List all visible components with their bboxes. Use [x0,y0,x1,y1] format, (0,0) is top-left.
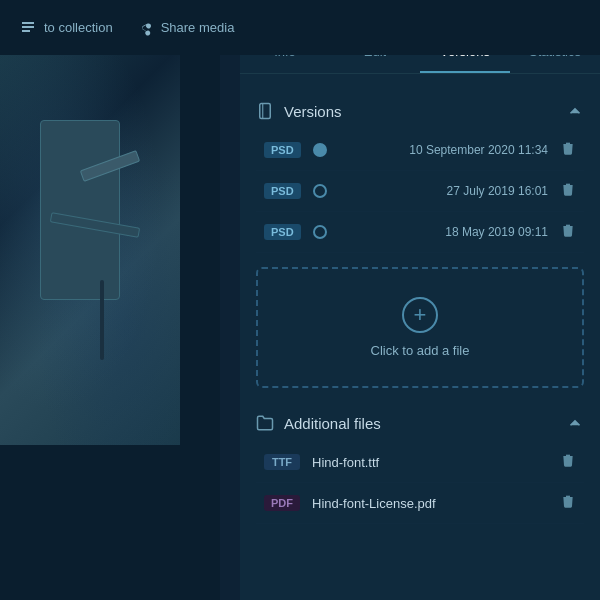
version-select-radio[interactable] [313,225,327,239]
machine-illustration [20,100,160,400]
version-delete-button[interactable] [560,181,576,201]
file-type-badge: PDF [264,495,300,511]
to-collection-button[interactable]: to collection [20,20,113,36]
versions-collapse-icon[interactable] [566,102,584,120]
versions-section-title: Versions [284,103,342,120]
additional-files-title: Additional files [284,415,381,432]
svg-rect-7 [260,104,271,119]
share-media-button[interactable]: Share media [137,20,235,36]
additional-file-row[interactable]: PDF Hind-font-License.pdf [256,483,584,524]
image-overlay [0,55,180,445]
upload-area[interactable]: + Click to add a file [256,267,584,388]
upload-plus-icon: + [402,297,438,333]
version-type-badge: PSD [264,183,301,199]
collection-icon [20,20,36,36]
file-delete-button[interactable] [560,452,576,472]
panel-content: Versions PSD 10 September 2020 11:34 [240,74,600,540]
version-type-badge: PSD [264,142,301,158]
asset-image [0,55,180,445]
to-collection-label: to collection [44,20,113,35]
version-type-badge: PSD [264,224,301,240]
additional-files-section-header: Additional files [256,402,584,442]
version-row[interactable]: PSD 18 May 2019 09:11 [256,212,584,253]
additional-file-row[interactable]: TTF Hind-font.ttf [256,442,584,483]
file-name: Hind-font.ttf [312,455,548,470]
additional-files-collapse-icon[interactable] [566,414,584,432]
version-row[interactable]: PSD 10 September 2020 11:34 [256,130,584,171]
version-select-radio[interactable] [313,143,327,157]
additional-files-list: TTF Hind-font.ttf PDF Hind-font-License.… [256,442,584,524]
version-date: 10 September 2020 11:34 [339,143,548,157]
version-delete-button[interactable] [560,140,576,160]
version-select-radio[interactable] [313,184,327,198]
top-bar: to collection Share media [0,0,600,55]
versions-list: PSD 10 September 2020 11:34 PSD 27 July … [256,130,584,253]
file-name: Hind-font-License.pdf [312,496,548,511]
file-type-badge: TTF [264,454,300,470]
share-media-label: Share media [161,20,235,35]
versions-section-icon [256,102,274,120]
upload-label: Click to add a file [371,343,470,358]
version-date: 27 July 2019 16:01 [339,184,548,198]
version-date: 18 May 2019 09:11 [339,225,548,239]
file-delete-button[interactable] [560,493,576,513]
version-delete-button[interactable] [560,222,576,242]
versions-section-header: Versions [256,90,584,130]
version-row[interactable]: PSD 27 July 2019 16:01 [256,171,584,212]
right-panel: Info Edit Versions S [240,0,600,600]
share-icon [137,20,153,36]
folder-icon [256,414,274,432]
